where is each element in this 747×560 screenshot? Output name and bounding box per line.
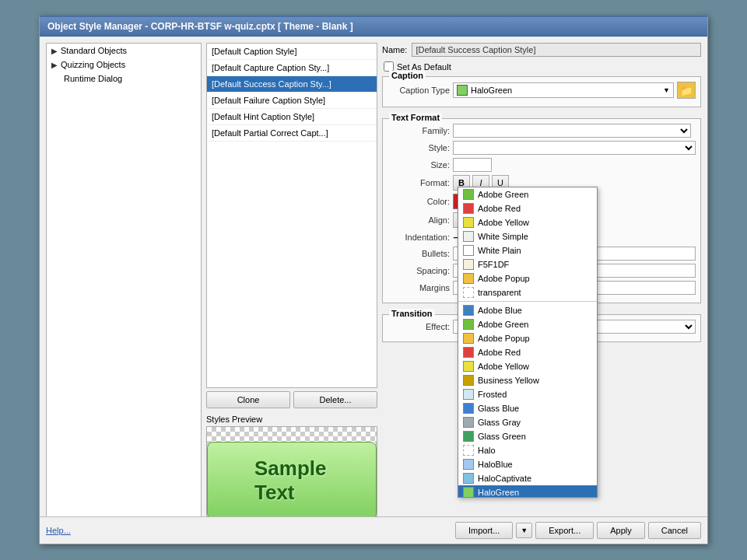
dropdown-item-halo-green[interactable]: HaloGreen xyxy=(458,485,597,498)
tree-arrow-quizzing: ▶ xyxy=(51,61,61,69)
tree-item-quizzing-objects[interactable]: ▶ Quizzing Objects xyxy=(47,58,201,72)
tree-label-runtime-dialog: Runtime Dialog xyxy=(64,74,122,83)
dropdown-item-f5f1df[interactable]: F5F1DF xyxy=(458,257,597,271)
swatch-white-plain xyxy=(463,245,474,256)
transition-section-title: Transition xyxy=(389,309,435,318)
style-item-4[interactable]: [Default Hint Caption Style] xyxy=(207,109,377,125)
size-label: Size: xyxy=(388,160,450,170)
spacing-label: Spacing: xyxy=(388,266,450,275)
swatch-adobe-green-2 xyxy=(463,319,474,330)
dropdown-item-transparent[interactable]: transparent xyxy=(458,285,597,299)
title-bar: Object Style Manager - CORP-HR-BTSF w-qu… xyxy=(40,17,707,37)
dropdown-label-glass-gray: Glass Gray xyxy=(478,418,521,427)
import-button[interactable]: Import... xyxy=(455,522,513,539)
preview-sample-text: Sample Text xyxy=(207,442,377,520)
swatch-halo-captivate xyxy=(463,473,474,484)
swatch-adobe-green xyxy=(463,189,474,200)
dropdown-item-adobe-yellow[interactable]: Adobe Yellow xyxy=(458,215,597,229)
style-list-panel: [Default Caption Style] [Default Capture… xyxy=(206,43,377,535)
dropdown-item-adobe-blue[interactable]: Adobe Blue xyxy=(458,303,597,317)
format-label: Format: xyxy=(388,178,450,187)
dropdown-item-halo-blue[interactable]: HaloBlue xyxy=(458,457,597,471)
dropdown-item-adobe-green[interactable]: Adobe Green xyxy=(458,187,597,201)
tree-item-standard-objects[interactable]: ▶ Standard Objects xyxy=(47,44,201,58)
clone-button[interactable]: Clone xyxy=(206,391,290,408)
help-link[interactable]: Help... xyxy=(46,526,71,535)
dropdown-label-adobe-green-2: Adobe Green xyxy=(478,320,528,329)
dropdown-label-halo-green: HaloGreen xyxy=(478,488,519,497)
main-dialog: Object Style Manager - CORP-HR-BTSF w-qu… xyxy=(39,16,708,544)
size-row: Size: xyxy=(388,158,696,172)
dropdown-item-adobe-red-2[interactable]: Adobe Red xyxy=(458,345,597,359)
caption-type-dropdown[interactable]: Adobe Green Adobe Red Adobe Yellow xyxy=(458,187,598,498)
export-button[interactable]: Export... xyxy=(535,522,594,539)
dropdown-item-adobe-green-2[interactable]: Adobe Green xyxy=(458,317,597,331)
dropdown-item-adobe-popup-top[interactable]: Adobe Popup xyxy=(458,271,597,285)
name-label: Name: xyxy=(382,45,407,54)
swatch-adobe-red-2 xyxy=(463,347,474,358)
swatch-glass-gray xyxy=(463,417,474,428)
dropdown-item-glass-green[interactable]: Glass Green xyxy=(458,429,597,443)
dropdown-label-white-simple: White Simple xyxy=(478,232,528,241)
dropdown-item-halo[interactable]: Halo xyxy=(458,443,597,457)
style-row: Style: xyxy=(388,141,696,155)
import-dropdown-button[interactable]: ▼ xyxy=(516,523,532,538)
dropdown-label-halo-captivate: HaloCaptivate xyxy=(478,474,531,483)
margins-label: Margins xyxy=(388,283,450,292)
bottom-bar: Help... Import... ▼ Export... Apply Canc… xyxy=(40,516,707,544)
size-input[interactable] xyxy=(453,158,492,172)
swatch-adobe-yellow-2 xyxy=(463,361,474,372)
dropdown-label-glass-green: Glass Green xyxy=(478,432,526,441)
dropdown-item-frosted[interactable]: Frosted xyxy=(458,387,597,401)
dropdown-item-white-plain[interactable]: White Plain xyxy=(458,243,597,257)
dropdown-label-adobe-popup-top: Adobe Popup xyxy=(478,274,530,283)
style-item-1[interactable]: [Default Capture Caption Sty...] xyxy=(207,60,377,76)
preview-label: Styles Preview xyxy=(206,415,377,424)
tree-item-runtime-dialog[interactable]: Runtime Dialog xyxy=(47,72,201,86)
style-item-5[interactable]: [Default Partial Correct Capt...] xyxy=(207,125,377,142)
delete-button[interactable]: Delete... xyxy=(293,391,377,408)
dropdown-item-adobe-yellow-2[interactable]: Adobe Yellow xyxy=(458,359,597,373)
dropdown-item-white-simple[interactable]: White Simple xyxy=(458,229,597,243)
dropdown-label-adobe-red: Adobe Red xyxy=(478,204,521,213)
swatch-adobe-blue xyxy=(463,305,474,316)
dropdown-label-frosted: Frosted xyxy=(478,390,507,399)
dialog-title: Object Style Manager - CORP-HR-BTSF w-qu… xyxy=(47,21,353,32)
name-input[interactable] xyxy=(412,43,701,57)
family-row: Family: xyxy=(388,124,696,138)
dropdown-label-adobe-blue: Adobe Blue xyxy=(478,306,522,315)
style-select[interactable] xyxy=(453,141,696,155)
swatch-adobe-yellow xyxy=(463,217,474,228)
dropdown-item-business-yellow[interactable]: Business Yellow xyxy=(458,373,597,387)
set-default-label: Set As Default xyxy=(397,62,451,72)
caption-type-selector[interactable]: HaloGreen ▼ xyxy=(453,82,674,98)
apply-button[interactable]: Apply xyxy=(597,522,645,539)
dropdown-item-glass-gray[interactable]: Glass Gray xyxy=(458,415,597,429)
dropdown-item-glass-blue[interactable]: Glass Blue xyxy=(458,401,597,415)
cancel-button[interactable]: Cancel xyxy=(648,522,701,539)
effect-label: Effect: xyxy=(388,322,450,331)
tree-label-quizzing-objects: Quizzing Objects xyxy=(61,60,196,69)
swatch-white-simple xyxy=(463,231,474,242)
swatch-adobe-popup xyxy=(463,333,474,344)
style-item-0[interactable]: [Default Caption Style] xyxy=(207,44,377,60)
swatch-adobe-popup-top xyxy=(463,273,474,284)
bullets-label: Bullets: xyxy=(388,249,450,258)
dropdown-label-f5f1df: F5F1DF xyxy=(478,260,509,269)
caption-folder-button[interactable]: 📁 xyxy=(677,82,696,99)
swatch-glass-green xyxy=(463,431,474,442)
dropdown-item-adobe-red[interactable]: Adobe Red xyxy=(458,201,597,215)
style-item-3[interactable]: [Default Failure Caption Style] xyxy=(207,93,377,109)
family-select[interactable] xyxy=(453,124,691,138)
style-label: Style: xyxy=(388,143,450,152)
dropdown-label-halo: Halo xyxy=(478,446,496,455)
style-item-2[interactable]: [Default Success Caption Sty...] xyxy=(207,76,377,93)
swatch-halo-green xyxy=(463,487,474,498)
dropdown-label-adobe-yellow: Adobe Yellow xyxy=(478,218,529,227)
family-label: Family: xyxy=(388,126,450,135)
style-list: [Default Caption Style] [Default Capture… xyxy=(206,43,377,388)
dropdown-label-halo-blue: HaloBlue xyxy=(478,460,513,469)
dropdown-item-halo-captivate[interactable]: HaloCaptivate xyxy=(458,471,597,485)
dropdown-item-adobe-popup[interactable]: Adobe Popup xyxy=(458,331,597,345)
tree-label-standard-objects: Standard Objects xyxy=(61,46,196,55)
